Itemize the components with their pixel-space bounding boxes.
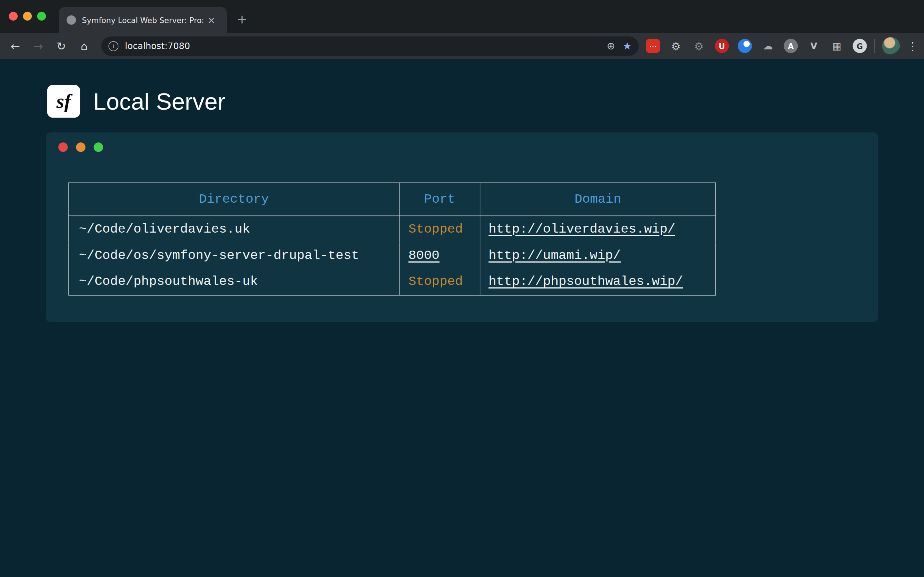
new-tab-button[interactable]: + [237,12,247,26]
chrome-menu-icon[interactable]: ⋮ [907,39,918,52]
table-header-row: Directory Port Domain [69,183,716,216]
browser-window: Symfony Local Web Server: Prox × + ← → ↻… [0,0,924,577]
directory-cell: ~/Code/phpsouthwales-uk [69,269,399,295]
back-icon[interactable]: ← [7,37,24,54]
grid-extension-icon[interactable]: ▦ [830,39,844,53]
gear-dark-extension-icon[interactable]: ⚙ [692,39,706,53]
profile-avatar[interactable] [882,37,900,55]
tab-close-icon[interactable]: × [208,15,215,26]
port-status: Stopped [408,274,463,289]
browser-toolbar: ← → ↻ ⌂ i localhost:7080 ⊕ ★ ⋯ ⚙ ⚙ U ☁ A… [0,33,924,59]
window-zoom-button[interactable] [37,12,46,21]
port-column-header: Port [399,183,480,216]
tab-title: Symfony Local Web Server: Prox [82,16,203,24]
toolbar-divider [874,39,875,53]
card-traffic-dots [46,132,878,152]
letter-a-extension-icon[interactable]: A [783,39,798,53]
table-row: ~/Code/phpsouthwales-uk Stopped http://p… [69,269,716,295]
blue-circle-extension-icon[interactable] [738,39,752,53]
server-list-card: Directory Port Domain ~/Code/oliverdavie… [46,132,878,322]
port-link[interactable]: 8000 [408,248,439,263]
symfony-logo-icon: sf [47,85,80,118]
letter-v-extension-icon[interactable]: V [807,39,821,53]
domain-link[interactable]: http://oliverdavies.wip/ [488,222,675,237]
tab-strip: Symfony Local Web Server: Prox × + [0,0,924,33]
extensions-row: ⋯ ⚙ ⚙ U ☁ A V ▦ G [646,39,867,53]
red-dots-extension-icon[interactable]: ⋯ [646,39,660,53]
macos-traffic-lights [9,12,46,21]
gear-light-extension-icon[interactable]: ⚙ [669,39,683,53]
directory-cell: ~/Code/oliverdavies.uk [69,216,399,242]
page-title: Local Server [93,88,226,114]
site-info-icon[interactable]: i [108,41,118,51]
home-icon[interactable]: ⌂ [76,37,93,54]
address-bar[interactable]: i localhost:7080 ⊕ ★ [102,36,639,56]
active-tab[interactable]: Symfony Local Web Server: Prox × [59,7,227,33]
port-status: Stopped [408,222,463,237]
domain-link[interactable]: http://phpsouthwales.wip/ [488,274,683,289]
window-close-button[interactable] [9,12,17,21]
proxy-table: Directory Port Domain ~/Code/oliverdavie… [68,182,716,295]
page-content: sf Local Server Directory Port Domain [0,59,924,577]
globe-favicon-icon [66,15,76,24]
reload-icon[interactable]: ↻ [53,37,69,54]
card-red-dot-icon [58,142,68,152]
domain-link[interactable]: http://umami.wip/ [488,248,620,263]
bookmark-star-icon[interactable]: ★ [623,40,632,52]
table-row: ~/Code/os/symfony-server-drupal-test 800… [69,242,716,269]
window-minimize-button[interactable] [23,12,32,21]
page-header: sf Local Server [0,59,924,118]
domain-column-header: Domain [480,183,716,216]
url-text[interactable]: localhost:7080 [125,41,607,51]
card-green-dot-icon [94,142,103,152]
github-extension-icon[interactable]: G [853,39,867,53]
forward-icon[interactable]: → [30,37,47,54]
cloud-extension-icon[interactable]: ☁ [761,39,775,53]
directory-cell: ~/Code/os/symfony-server-drupal-test [69,242,399,269]
ublock-extension-icon[interactable]: U [715,39,729,53]
directory-column-header: Directory [69,183,399,216]
table-row: ~/Code/oliverdavies.uk Stopped http://ol… [69,216,716,242]
card-orange-dot-icon [76,142,86,152]
zoom-indicator-icon[interactable]: ⊕ [607,40,615,52]
